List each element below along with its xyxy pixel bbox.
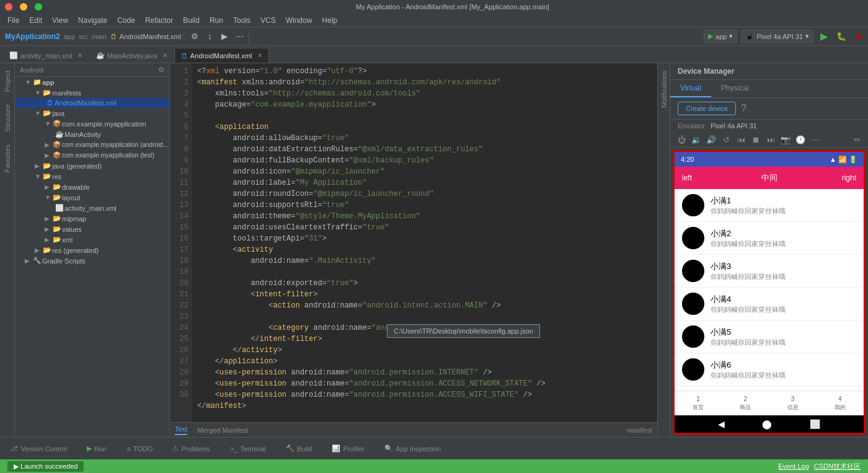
list-item[interactable]: 小满3 你妈妈喊你回家穿丝袜哦 — [675, 255, 864, 288]
menu-window[interactable]: Window — [281, 15, 317, 26]
csdn-link[interactable]: CSDN技术社区 — [814, 462, 861, 471]
bottom-tab-app-inspection[interactable]: 🔍 App Inspection — [379, 442, 446, 455]
edit-emu-icon[interactable]: ✏ — [851, 133, 863, 146]
toolbar-more-btn[interactable]: ⋯ — [232, 30, 246, 43]
favorites-btn[interactable]: Favorites — [4, 142, 11, 175]
menu-file[interactable]: File — [2, 15, 24, 26]
toolbar-build-btn[interactable]: ▶ — [218, 30, 231, 43]
help-icon[interactable]: ? — [741, 103, 746, 114]
editor-content[interactable]: 12345 678910 1112131415 1617181920 21222… — [170, 63, 657, 422]
vol-up-icon[interactable]: 🔊 — [705, 133, 717, 146]
debug-button[interactable]: 🐛 — [835, 30, 848, 43]
tab-close-manifest[interactable]: ✕ — [257, 52, 262, 59]
tab-mainactivity[interactable]: ☕ MainActivity.java ✕ — [89, 48, 174, 63]
menu-code[interactable]: Code — [112, 15, 140, 26]
tree-item-manifests[interactable]: ▼ 📂 manifests — [15, 87, 169, 98]
launch-succeeded-button[interactable]: ▶ Launch succeeded — [7, 461, 84, 472]
tree-item-res-generated[interactable]: ▶ 📂 res (generated) — [15, 245, 169, 255]
device-dropdown[interactable]: 📱 Pixel 4a API 31 ▾ — [741, 30, 813, 43]
tree-item-gradle[interactable]: ▶ 🔧 Gradle Scripts — [15, 255, 169, 266]
tree-item-values[interactable]: ▶ 📂 values — [15, 224, 169, 234]
toolbar-sync-btn[interactable]: ↕ — [203, 30, 216, 43]
tab-androidmanifest[interactable]: 🗒 AndroidManifest.xml ✕ — [174, 48, 269, 63]
list-item[interactable]: 小满7 你妈妈喊你回家穿丝袜哦 — [675, 386, 864, 391]
create-device-button[interactable]: Create device — [678, 102, 736, 115]
project-tool-btn[interactable]: Project — [4, 68, 11, 94]
close-btn[interactable] — [5, 3, 12, 11]
bottom-tab-terminal[interactable]: >_ Terminal — [225, 443, 271, 455]
device-tab-physical[interactable]: Physical — [711, 80, 759, 97]
menu-help[interactable]: Help — [317, 15, 342, 26]
run-button[interactable]: ▶ — [817, 30, 831, 43]
menu-vcs[interactable]: VCS — [255, 15, 281, 26]
list-item[interactable]: 小满4 你妈妈喊你回家穿丝袜哦 — [675, 288, 864, 320]
phone-nav-shop[interactable]: 2 商品 — [722, 396, 769, 412]
tree-item-res[interactable]: ▼ 📂 res — [15, 171, 169, 182]
screenshot-icon[interactable]: 📷 — [779, 133, 792, 146]
tab-close-mainactivity[interactable]: ✕ — [162, 52, 167, 59]
tree-item-layout[interactable]: ▼ 📂 layout — [15, 192, 169, 203]
tree-item-app[interactable]: ▼ 📁 app — [15, 77, 169, 87]
bottom-tab-todo[interactable]: ≡ TODO — [122, 443, 157, 455]
bottom-tab-build[interactable]: 🔨 Build — [281, 442, 317, 455]
menu-navigate[interactable]: Navigate — [73, 15, 112, 26]
tree-item-mipmap[interactable]: ▶ 📂 mipmap — [15, 213, 169, 224]
tree-item-java-generated[interactable]: ▶ 📂 java (generated) — [15, 161, 169, 171]
tree-item-androidmanifest[interactable]: 🗒 AndroidManifest.xml — [15, 98, 169, 108]
editor-footer-tab[interactable]: Text — [175, 425, 187, 435]
tree-item-drawable[interactable]: ▶ 📂 drawable — [15, 182, 169, 192]
phone-nav-profile[interactable]: 4 我的 — [817, 396, 864, 412]
menu-build[interactable]: Build — [178, 15, 205, 26]
location-icon[interactable]: 🕐 — [794, 133, 807, 146]
list-item[interactable]: 小满5 你妈妈喊你回家穿丝袜哦 — [675, 320, 864, 353]
rotate-left-icon[interactable]: ↺ — [720, 133, 732, 146]
bottom-tab-version-control[interactable]: ⎇ Version Control — [5, 442, 72, 455]
sidebar-settings-icon[interactable]: ⚙ — [158, 66, 164, 74]
tab-close-activity[interactable]: ✕ — [78, 52, 82, 59]
home-nav-icon[interactable]: ⬤ — [762, 419, 772, 429]
tree-item-androidtest[interactable]: ▶ 📦 com.example.myapplication (androidTe… — [15, 139, 169, 150]
back-nav-icon[interactable]: ◀ — [718, 419, 725, 429]
toolbar-manifest: AndroidManifest.xml — [120, 33, 182, 40]
tree-item-java[interactable]: ▼ 📂 java — [15, 108, 169, 118]
item-sub-3: 你妈妈喊你回家穿丝袜哦 — [711, 272, 786, 281]
recent-nav-icon[interactable]: ⬜ — [810, 419, 820, 429]
menu-tools[interactable]: Tools — [228, 15, 255, 26]
notifications-btn[interactable]: Notifications — [660, 68, 668, 110]
menu-view[interactable]: View — [47, 15, 73, 26]
editor-footer-merged[interactable]: Merged Manifest — [197, 427, 248, 434]
list-item[interactable]: 小满1 你妈妈喊你回家穿丝袜哦 — [675, 189, 864, 222]
more-emu-icon[interactable]: ⋯ — [809, 133, 822, 146]
code-editor[interactable]: <?xml version="1.0" encoding="utf-8"?> <… — [192, 63, 657, 422]
toolbar-settings-btn[interactable]: ⚙ — [188, 30, 202, 43]
menu-run[interactable]: Run — [205, 15, 228, 26]
event-log-link[interactable]: Event Log — [778, 462, 809, 470]
tree-item-com-example[interactable]: ▼ 📦 com.example.myapplication — [15, 118, 169, 129]
phone-nav-msg[interactable]: 3 信息 — [769, 396, 817, 412]
list-item[interactable]: 小满6 你妈妈喊你回家穿丝袜哦 — [675, 353, 864, 386]
phone-nav-home[interactable]: 1 首页 — [675, 396, 722, 412]
menu-refactor[interactable]: Refactor — [140, 15, 178, 26]
structure-btn[interactable]: Structure — [4, 102, 11, 135]
stop-button[interactable]: ■ — [852, 30, 866, 43]
tab-activity-main[interactable]: ⬜ activity_main.xml ✕ — [2, 48, 89, 63]
maximize-btn[interactable] — [35, 3, 42, 11]
tree-item-xml[interactable]: ▶ 📂 xml — [15, 234, 169, 245]
tree-item-activity-main-xml[interactable]: ⬜ activity_main.xml — [15, 203, 169, 213]
vol-down-icon[interactable]: 🔉 — [690, 133, 702, 146]
device-tab-virtual[interactable]: Virtual — [670, 80, 711, 97]
list-item[interactable]: 小满2 你妈妈喊你回家穿丝袜哦 — [675, 222, 864, 255]
tree-item-mainactivity[interactable]: ☕ MainActivity — [15, 129, 169, 139]
bottom-tab-profiler[interactable]: 📊 Profiler — [327, 442, 370, 455]
bottom-tab-run[interactable]: ▶ Run — [82, 442, 112, 455]
power-icon[interactable]: ⏻ — [675, 133, 688, 146]
minimize-btn[interactable] — [20, 3, 27, 11]
tree-item-test[interactable]: ▶ 📦 com.example.myapplication (test) — [15, 150, 169, 161]
prev-icon[interactable]: ⏮ — [735, 133, 747, 146]
stop-emu-icon[interactable]: ⏹ — [750, 133, 762, 146]
bottom-tab-problems[interactable]: ⚠ Problems — [167, 442, 215, 455]
phone-content[interactable]: 小满1 你妈妈喊你回家穿丝袜哦 小满2 你妈妈喊你回家穿丝袜哦 小满3 你妈 — [675, 189, 864, 391]
run-config-dropdown[interactable]: ▶ app ▾ — [704, 30, 737, 43]
next-icon[interactable]: ⏭ — [764, 133, 777, 146]
menu-edit[interactable]: Edit — [24, 15, 47, 26]
